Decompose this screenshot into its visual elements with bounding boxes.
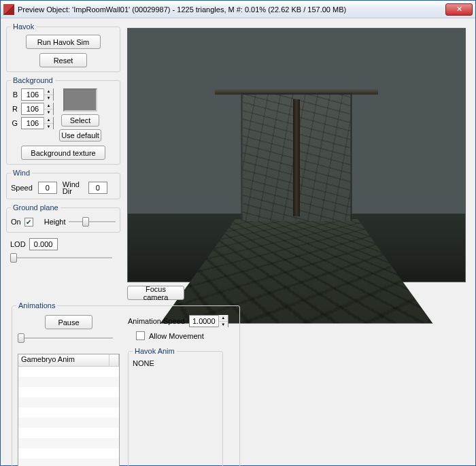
animations-legend: Animations (16, 301, 57, 310)
bg-r-label: R (11, 105, 18, 113)
client-area: Havok Run Havok Sim Reset Background B (1, 18, 475, 465)
bg-r-value[interactable] (22, 103, 44, 114)
background-texture-button[interactable]: Background texture (21, 146, 105, 160)
wind-speed-input[interactable] (38, 182, 57, 194)
gamebryo-anim-header[interactable]: Gamebryo Anim (18, 354, 109, 366)
run-havok-button[interactable]: Run Havok Sim (26, 35, 101, 49)
ground-plane-legend: Ground plane (11, 203, 61, 212)
wind-legend: Wind (11, 169, 32, 177)
bg-r-input[interactable]: ▲▼ (21, 103, 54, 115)
havok-anim-value: NONE (133, 359, 218, 367)
allow-movement-label: Allow Movement (149, 332, 204, 340)
reset-button[interactable]: Reset (39, 53, 87, 67)
wind-dir-value[interactable] (89, 182, 107, 193)
wind-speed-value[interactable] (39, 182, 56, 193)
havok-legend: Havok (11, 22, 36, 31)
spin-up-icon[interactable]: ▲ (44, 103, 53, 110)
bg-b-value[interactable] (22, 89, 44, 100)
animations-group: Animations Pause Gamebryo Anim (12, 301, 240, 466)
anim-scrub-slider[interactable] (18, 332, 113, 344)
pause-button[interactable]: Pause (45, 315, 92, 329)
window-title: Preview Object: 'ImpRoomWall01' (0002998… (18, 5, 445, 14)
pillar (293, 99, 300, 216)
background-group: Background B ▲▼ R (6, 76, 120, 165)
background-legend: Background (11, 76, 55, 84)
spin-down-icon[interactable]: ▼ (44, 110, 53, 116)
lod-value[interactable] (30, 239, 57, 250)
gamebryo-anim-list[interactable]: Gamebryo Anim (18, 354, 120, 466)
focus-camera-button[interactable]: Focus camera (127, 286, 184, 300)
spin-down-icon[interactable]: ▼ (44, 95, 53, 101)
close-button[interactable]: ✕ (445, 3, 473, 16)
wind-dir-input[interactable] (88, 182, 107, 194)
ground-height-label: Height (44, 218, 66, 226)
ground-height-slider[interactable] (69, 216, 116, 228)
allow-movement-checkbox[interactable] (136, 331, 145, 340)
lod-input[interactable] (29, 238, 58, 250)
bg-g-input[interactable]: ▲▼ (21, 117, 54, 129)
lod-slider[interactable] (10, 252, 112, 264)
close-icon: ✕ (456, 5, 462, 14)
preview-window: Preview Object: 'ImpRoomWall01' (0002998… (0, 0, 476, 466)
ground-plane-group: Ground plane On ✔ Height (6, 203, 120, 233)
anim-speed-value[interactable] (190, 316, 218, 327)
app-icon (3, 4, 14, 15)
spin-up-icon[interactable]: ▲ (44, 117, 53, 124)
preview-viewport[interactable] (127, 28, 466, 282)
havok-anim-group: Havok Anim NONE (128, 347, 223, 466)
color-swatch (63, 88, 97, 112)
havok-group: Havok Run Havok Sim Reset (6, 22, 120, 72)
ground-on-label: On (11, 218, 21, 226)
wind-speed-label: Speed (11, 184, 33, 192)
anim-speed-input[interactable]: ▲▼ (189, 315, 228, 327)
bg-g-label: G (11, 119, 18, 127)
spin-down-icon[interactable]: ▼ (219, 322, 228, 328)
bg-b-input[interactable]: ▲▼ (21, 88, 54, 101)
bg-g-value[interactable] (22, 118, 44, 129)
bg-b-label: B (11, 90, 18, 99)
titlebar: Preview Object: 'ImpRoomWall01' (0002998… (1, 1, 475, 18)
spin-down-icon[interactable]: ▼ (44, 124, 53, 130)
left-panel: Havok Run Havok Sim Reset Background B (6, 21, 120, 264)
spin-up-icon[interactable]: ▲ (219, 315, 228, 322)
wind-dir-label: Wind Dir (63, 181, 83, 195)
anim-speed-label: Animation Speed (128, 317, 185, 325)
havok-anim-legend: Havok Anim (133, 347, 177, 355)
select-color-button[interactable]: Select (61, 114, 99, 127)
wind-group: Wind Speed Wind Dir (6, 169, 120, 199)
spin-up-icon[interactable]: ▲ (44, 88, 53, 95)
ground-on-checkbox[interactable]: ✔ (24, 218, 33, 227)
use-default-button[interactable]: Use default (59, 129, 101, 142)
lod-label: LOD (10, 240, 26, 248)
